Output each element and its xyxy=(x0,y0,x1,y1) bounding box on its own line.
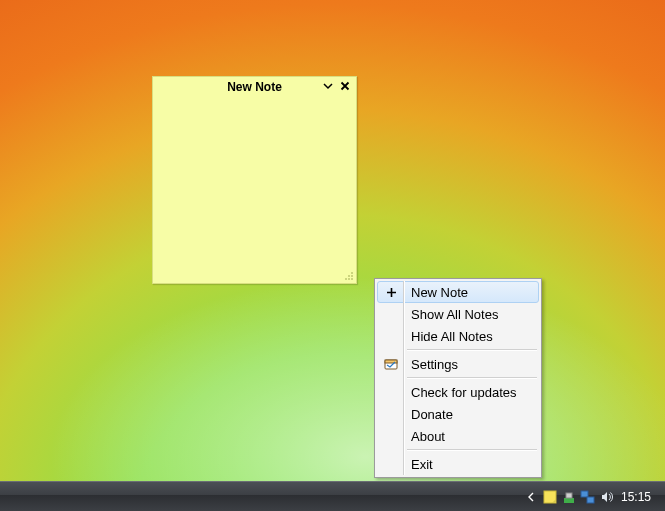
menu-item-hide-all-notes[interactable]: Hide All Notes xyxy=(377,325,539,347)
note-body[interactable] xyxy=(153,97,356,283)
resize-grip[interactable] xyxy=(344,271,354,281)
svg-rect-11 xyxy=(581,491,588,497)
menu-separator xyxy=(407,377,537,379)
menu-item-show-all-notes[interactable]: Show All Notes xyxy=(377,303,539,325)
settings-icon xyxy=(378,358,404,371)
menu-label: Check for updates xyxy=(404,385,517,400)
note-close-button[interactable] xyxy=(338,79,352,93)
tray-context-menu: New Note Show All Notes Hide All Notes S… xyxy=(374,278,542,478)
svg-rect-12 xyxy=(587,497,594,503)
menu-item-check-updates[interactable]: Check for updates xyxy=(377,381,539,403)
menu-label: Exit xyxy=(404,457,433,472)
note-titlebar[interactable]: New Note xyxy=(153,77,356,97)
svg-point-0 xyxy=(351,272,353,274)
svg-point-3 xyxy=(351,278,353,280)
svg-point-5 xyxy=(345,278,347,280)
menu-item-settings[interactable]: Settings xyxy=(377,353,539,375)
menu-item-new-note[interactable]: New Note xyxy=(377,281,539,303)
close-icon xyxy=(340,81,350,91)
svg-rect-10 xyxy=(566,493,572,498)
sticky-note-tray-icon[interactable] xyxy=(542,489,558,505)
usb-device-icon[interactable] xyxy=(561,489,577,505)
chevron-down-icon xyxy=(323,81,333,91)
svg-rect-9 xyxy=(564,498,574,503)
volume-icon[interactable] xyxy=(599,489,615,505)
taskbar-clock[interactable]: 15:15 xyxy=(618,490,659,504)
menu-separator xyxy=(407,449,537,451)
menu-label: New Note xyxy=(404,285,468,300)
desktop: New Note xyxy=(0,0,665,481)
menu-label: Show All Notes xyxy=(404,307,498,322)
menu-item-exit[interactable]: Exit xyxy=(377,453,539,475)
sticky-note[interactable]: New Note xyxy=(152,76,357,284)
menu-label: Settings xyxy=(404,357,458,372)
network-icon[interactable] xyxy=(580,489,596,505)
note-menu-button[interactable] xyxy=(321,79,335,93)
menu-separator xyxy=(407,349,537,351)
menu-label: Hide All Notes xyxy=(404,329,493,344)
svg-point-4 xyxy=(348,278,350,280)
menu-item-about[interactable]: About xyxy=(377,425,539,447)
resize-icon xyxy=(344,271,354,281)
plus-icon xyxy=(378,287,404,298)
tray-expand-button[interactable] xyxy=(523,489,539,505)
menu-label: About xyxy=(404,429,445,444)
svg-point-1 xyxy=(351,275,353,277)
taskbar: 15:15 xyxy=(0,481,665,511)
svg-point-2 xyxy=(348,275,350,277)
menu-item-donate[interactable]: Donate xyxy=(377,403,539,425)
note-title: New Note xyxy=(227,80,282,94)
menu-label: Donate xyxy=(404,407,453,422)
system-tray: 15:15 xyxy=(517,482,665,511)
